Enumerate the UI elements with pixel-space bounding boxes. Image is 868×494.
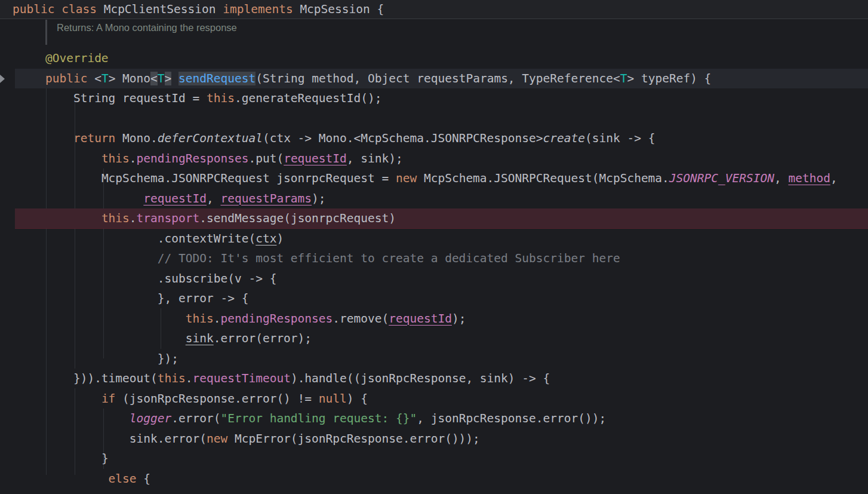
code-token: this [101, 211, 130, 225]
code-token: McpSession { [293, 2, 384, 16]
code-token: , sink); [347, 152, 403, 165]
code-token: { [137, 472, 150, 486]
code-token: .error(error); [214, 332, 312, 345]
doc-spacer [0, 36, 868, 48]
code-token: McpError(jsonRpcResponse.error())); [227, 432, 480, 446]
code-token: .contextWrite( [158, 232, 256, 246]
code-token: , [830, 171, 838, 185]
code-token: create [543, 131, 585, 145]
code-line[interactable]: McpSchema.JSONRPCRequest jsonrpcRequest … [15, 168, 868, 189]
code-token: return [73, 131, 115, 145]
code-token: requestId [389, 312, 452, 326]
code-token: ); [452, 312, 466, 326]
code-token: class [61, 2, 97, 16]
code-editor: Returns: A Mono containing the response … [0, 19, 868, 494]
code-token: (sink -> { [585, 131, 655, 145]
code-token: requestId [143, 192, 207, 205]
code-token: }, error -> { [158, 292, 249, 305]
code-token: McpSchema.JSONRPCRequest(McpSchema. [417, 171, 669, 185]
code-token: deferContextual [158, 131, 263, 145]
ide-editor-screenshot: { "theme": { "editor_background": "#1C1D… [0, 0, 868, 494]
rendered-doc-comment[interactable]: Returns: A Mono containing the response [15, 19, 868, 36]
code-token: this [186, 312, 214, 326]
code-line[interactable]: this.pendingResponses.put(requestId, sin… [15, 149, 868, 169]
gutter-caret-marker-icon [0, 75, 5, 83]
code-line[interactable]: public <T> Mono<T> sendRequest(String me… [15, 69, 868, 89]
code-token: T [620, 72, 627, 85]
code-line[interactable]: })).timeout(this.requestTimeout).handle(… [15, 369, 868, 389]
code-token: .error( [171, 412, 220, 425]
code-line[interactable]: sink.error(new McpError(jsonRpcResponse.… [15, 429, 868, 449]
code-token: < [87, 72, 101, 85]
code-token: this [158, 372, 186, 385]
code-token: , [207, 192, 220, 205]
code-line[interactable]: return Mono.deferContextual(ctx -> Mono.… [15, 128, 868, 149]
code-token: .generateRequestId(); [235, 91, 382, 105]
code-token: new [207, 432, 227, 446]
code-token: Mono. [115, 131, 157, 145]
code-token: sink.error( [130, 432, 207, 446]
code-token: JSONRPC_VERSION [669, 171, 774, 185]
code-token: sendRequest [178, 72, 256, 85]
highlighted-code-line[interactable]: this.transport.sendMessage(jsonrpcReques… [15, 208, 868, 229]
code-token: . [130, 152, 137, 165]
code-line[interactable]: }); [15, 349, 868, 369]
code-line[interactable]: logger.error("Error handling request: {}… [15, 409, 868, 429]
code-token: ctx [256, 232, 276, 246]
code-token: implements [223, 2, 293, 16]
code-line[interactable]: }, error -> { [15, 289, 868, 309]
code-token: . [214, 312, 221, 326]
code-token: ) [276, 232, 284, 246]
code-token: String requestId = [73, 91, 207, 105]
code-token: .subscribe(v -> { [158, 272, 277, 286]
code-token: new [396, 171, 417, 185]
code-line[interactable]: sink.error(error); [15, 329, 868, 349]
code-token: > Mono [109, 72, 150, 85]
code-token: if [101, 392, 115, 406]
code-token: logger [130, 412, 171, 425]
code-token [171, 72, 178, 85]
code-line[interactable]: } [15, 449, 868, 469]
code-line[interactable]: else { [15, 469, 868, 489]
code-rows: @Overridepublic <T> Mono<T> sendRequest(… [15, 48, 868, 489]
code-token: })).timeout( [73, 372, 158, 385]
code-token: else [109, 472, 137, 486]
sticky-header-line[interactable]: public class McpClientSession implements… [0, 0, 868, 19]
code-token: (jsonRpcResponse.error() != [115, 392, 318, 406]
code-line[interactable]: requestId, requestParams); [15, 189, 868, 209]
code-line[interactable]: @Override [15, 48, 868, 69]
code-token: .put( [248, 152, 284, 165]
code-token: . [186, 372, 193, 385]
code-token: public [45, 72, 87, 85]
code-token: McpSchema.JSONRPCRequest jsonrpcRequest … [101, 171, 396, 185]
code-token: }); [158, 352, 178, 366]
code-token: (String method, Object requestParams, Ty… [256, 72, 620, 85]
code-token: requestParams [220, 192, 312, 205]
code-line[interactable]: .contextWrite(ctx) [15, 229, 868, 249]
code-token: , [774, 171, 788, 185]
code-line[interactable]: String requestId = this.generateRequestI… [15, 88, 868, 109]
code-token: this [101, 152, 130, 165]
code-token: ) { [347, 392, 368, 406]
code-line[interactable]: .subscribe(v -> { [15, 269, 868, 289]
code-token: transport [137, 211, 200, 225]
code-line[interactable] [15, 109, 868, 129]
code-token: // TODO: It's most efficient to create a… [158, 251, 620, 265]
code-token: .remove( [333, 312, 389, 326]
code-token: public [13, 2, 54, 16]
code-token: null [319, 392, 347, 406]
code-token: requestId [284, 152, 347, 165]
code-token: T [158, 72, 165, 85]
code-token [54, 2, 61, 16]
code-token: ).handle((jsonRpcResponse, sink) -> { [291, 372, 550, 385]
code-token: .sendMessage(jsonrpcRequest) [199, 211, 396, 225]
code-token: > typeRef) { [627, 72, 711, 85]
code-token: T [101, 72, 109, 85]
code-token: (ctx -> Mono.<McpSchema.JSONRPCResponse> [263, 131, 543, 145]
code-line[interactable]: // TODO: It's most efficient to create a… [15, 248, 868, 269]
code-line[interactable]: if (jsonRpcResponse.error() != null) { [15, 389, 868, 409]
code-token: < [150, 72, 158, 85]
code-token: . [130, 211, 137, 225]
code-token: > [165, 72, 172, 85]
code-line[interactable]: this.pendingResponses.remove(requestId); [15, 309, 868, 329]
